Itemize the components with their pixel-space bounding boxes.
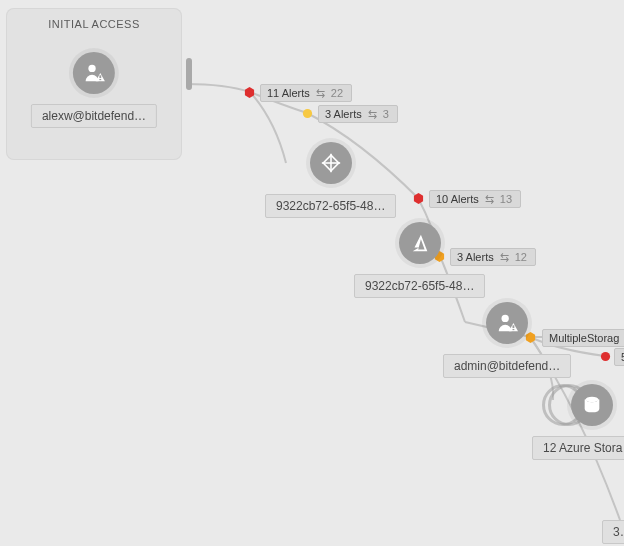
- swap-icon: ⇆: [500, 250, 509, 264]
- swap-icon: ⇆: [368, 107, 377, 121]
- user-alert-icon: [486, 302, 528, 344]
- alert-pill[interactable]: 5 A: [614, 348, 624, 366]
- node-label: 3 Az: [602, 520, 624, 544]
- svg-marker-5: [414, 193, 423, 204]
- svg-point-0: [89, 65, 96, 72]
- severity-hex-high: [413, 193, 424, 204]
- storage-icon: [571, 384, 613, 426]
- graph-node[interactable]: admin@bitdefend…: [443, 302, 571, 378]
- panel-scroll-handle[interactable]: [186, 58, 192, 90]
- node-label: alexw@bitdefend…: [31, 104, 157, 128]
- svg-rect-13: [513, 325, 515, 328]
- severity-dot-warn: [302, 108, 313, 119]
- graph-node[interactable]: 9322cb72-65f5-48…: [265, 142, 396, 218]
- alert-text: 10 Alerts: [436, 192, 479, 206]
- svg-rect-14: [513, 329, 515, 330]
- alert-pill[interactable]: 3 Alerts ⇆ 3: [318, 105, 398, 123]
- svg-point-4: [303, 109, 312, 118]
- alert-text: 11 Alerts: [267, 86, 310, 100]
- swap-icon: ⇆: [316, 86, 325, 100]
- alert-count: 13: [500, 192, 512, 206]
- alert-text: 3 Alerts: [325, 107, 362, 121]
- attack-graph-canvas[interactable]: INITIAL ACCESS alexw@bitdefend… 11 Alert…: [0, 0, 624, 546]
- severity-dot-high: [600, 351, 611, 362]
- graph-node-root[interactable]: alexw@bitdefend…: [31, 52, 157, 128]
- svg-point-8: [601, 352, 610, 361]
- alert-pill[interactable]: 10 Alerts ⇆ 13: [429, 190, 521, 208]
- node-label: 9322cb72-65f5-48…: [265, 194, 396, 218]
- graph-node[interactable]: 3 Az: [602, 510, 624, 544]
- svg-point-12: [502, 315, 509, 322]
- azure-icon: [399, 222, 441, 264]
- graph-node[interactable]: 9322cb72-65f5-48…: [354, 222, 485, 298]
- svg-rect-1: [100, 75, 102, 78]
- svg-rect-2: [100, 79, 102, 80]
- svg-marker-3: [245, 87, 254, 98]
- panel-title: INITIAL ACCESS: [6, 8, 182, 30]
- swap-icon: ⇆: [485, 192, 494, 206]
- node-label: 9322cb72-65f5-48…: [354, 274, 485, 298]
- node-label: admin@bitdefend…: [443, 354, 571, 378]
- severity-hex-high: [244, 87, 255, 98]
- user-alert-icon: [73, 52, 115, 94]
- diamond-icon: [310, 142, 352, 184]
- svg-point-15: [586, 397, 599, 403]
- node-label: 12 Azure Storages: [532, 436, 624, 460]
- alert-count: 12: [515, 250, 527, 264]
- alert-pill[interactable]: 11 Alerts ⇆ 22: [260, 84, 352, 102]
- initial-access-panel: INITIAL ACCESS alexw@bitdefend…: [6, 8, 182, 160]
- alert-count: 3: [383, 107, 389, 121]
- graph-node[interactable]: 12 Azure Storages: [532, 384, 624, 460]
- alert-count: 22: [331, 86, 343, 100]
